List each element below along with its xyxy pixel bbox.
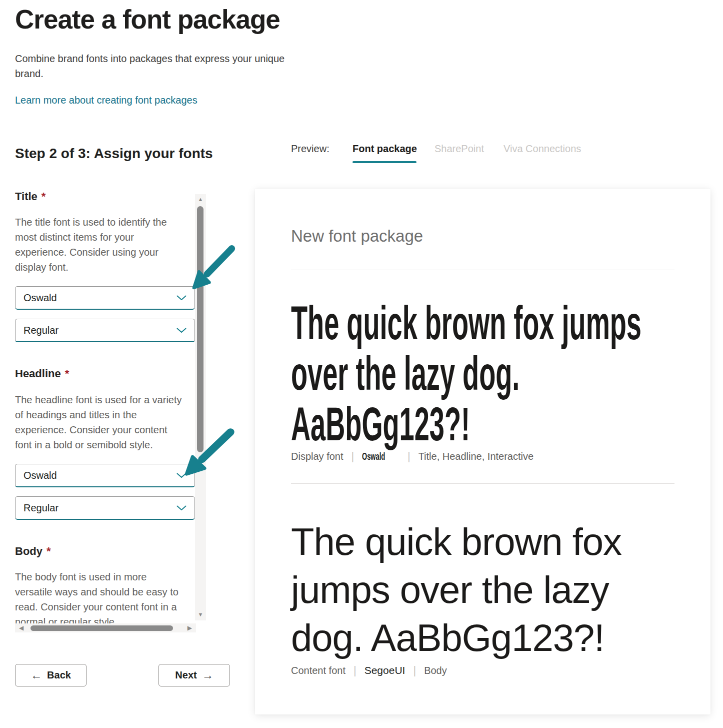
tab-sharepoint[interactable]: SharePoint (434, 143, 484, 155)
sample-text: AaBbGg123?! (291, 399, 470, 449)
preview-card: New font package The quick brown fox jum… (255, 189, 710, 714)
description-line: of headings and titles in the (15, 407, 182, 422)
description-line: display font. (15, 260, 167, 275)
meta-separator: | (354, 664, 356, 677)
description-line: versatile ways and should be easy to (15, 584, 196, 599)
step-heading: Step 2 of 3: Assign your fonts (15, 146, 213, 162)
preview-label: Preview: (291, 143, 330, 155)
page-title: Create a font package (15, 4, 280, 35)
body-description: The body font is used in more versatile … (15, 569, 196, 624)
body-field-label: Body* (15, 545, 51, 558)
headline-description: The headline font is used for a variety … (15, 392, 182, 452)
meta-separator: | (352, 450, 354, 463)
back-button[interactable]: ← Back (15, 664, 86, 686)
meta-role: Content font (291, 665, 346, 676)
scroll-right-icon[interactable]: ▶ (188, 623, 192, 632)
learn-more-link[interactable]: Learn more about creating font packages (15, 95, 198, 106)
required-marker: * (42, 190, 46, 203)
content-font-sample: The quick brown fox jumps over the lazy … (291, 518, 622, 662)
title-field-label: Title* (15, 190, 46, 203)
page-subtitle: Combine brand fonts into packages that e… (15, 51, 315, 81)
headline-field-label: Headline* (15, 367, 69, 380)
sample-line: dog. AaBbGg123?! (291, 614, 622, 662)
headline-font-dropdown[interactable]: Oswald (15, 464, 195, 487)
horizontal-scrollbar[interactable]: ◀ ▶ (15, 623, 196, 632)
sample-line: over the lazy dog. (291, 348, 723, 399)
horizontal-scrollbar-thumb[interactable] (30, 625, 173, 631)
description-line: The title font is used to identify the (15, 215, 167, 230)
meta-font-name: SegoeUI (364, 664, 406, 676)
title-font-dropdown[interactable]: Oswald (15, 286, 195, 310)
required-marker: * (46, 545, 51, 557)
back-arrow-icon: ← (30, 669, 42, 681)
vertical-scrollbar-thumb[interactable] (197, 206, 204, 452)
divider (291, 483, 674, 484)
scroll-down-icon[interactable]: ▼ (195, 610, 206, 618)
sample-text: over the lazy dog. (291, 348, 520, 399)
meta-font-name: Oswald (362, 450, 400, 462)
vertical-scrollbar[interactable]: ▲ ▼ (195, 194, 206, 620)
chevron-down-icon (176, 328, 186, 333)
chevron-down-icon (176, 295, 186, 301)
description-line: normal or regular style. (15, 614, 196, 624)
sample-line: The quick brown fox (291, 518, 622, 566)
headline-font-value: Oswald (24, 470, 176, 481)
description-line: experience. Consider using your (15, 245, 167, 260)
sample-line: AaBbGg123?! (291, 399, 723, 449)
title-style-dropdown[interactable]: Regular (15, 319, 195, 342)
headline-style-value: Regular (24, 502, 176, 514)
sample-line: The quick brown fox jumps (291, 298, 723, 348)
description-line: font in a bold or semibold style. (15, 437, 182, 452)
sample-text: The quick brown fox jumps (291, 298, 642, 348)
description-line: read. Consider your content font in a (15, 599, 196, 614)
back-button-label: Back (47, 669, 71, 681)
font-package-name: New font package (291, 227, 423, 246)
scroll-left-icon[interactable]: ◀ (19, 623, 24, 632)
sample-line: jumps over the lazy (291, 566, 622, 614)
content-font-meta: Content font | SegoeUI | Body (291, 664, 447, 677)
display-font-meta: Display font | Oswald | Title, Headline,… (291, 450, 534, 463)
title-style-value: Regular (24, 325, 176, 336)
description-line: The body font is used in more (15, 569, 196, 584)
title-font-value: Oswald (24, 292, 176, 304)
title-description: The title font is used to identify the m… (15, 215, 167, 275)
meta-font-name-text: Oswald (362, 450, 385, 462)
next-button[interactable]: Next → (158, 664, 230, 686)
meta-usages: Title, Headline, Interactive (418, 451, 534, 462)
meta-separator: | (413, 664, 416, 677)
description-line: The headline font is used for a variety (15, 392, 182, 407)
meta-role: Display font (291, 451, 344, 462)
tab-viva-connections[interactable]: Viva Connections (504, 143, 581, 155)
active-tab-indicator (352, 161, 416, 163)
chevron-down-icon (176, 473, 186, 478)
title-label-text: Title (15, 190, 38, 203)
headline-label-text: Headline (15, 367, 61, 380)
tab-font-package[interactable]: Font package (352, 143, 417, 155)
description-line: most distinct items for your (15, 230, 167, 245)
required-marker: * (65, 367, 70, 380)
meta-separator: | (408, 450, 410, 463)
meta-usages: Body (424, 665, 447, 676)
next-arrow-icon: → (202, 669, 214, 681)
description-line: experience. Consider your content (15, 422, 182, 437)
body-label-text: Body (15, 545, 42, 557)
divider (291, 270, 674, 270)
headline-style-dropdown[interactable]: Regular (15, 496, 195, 520)
scroll-up-icon[interactable]: ▲ (195, 195, 206, 203)
next-button-label: Next (175, 669, 196, 681)
display-font-sample: The quick brown fox jumps over the lazy … (291, 298, 723, 449)
chevron-down-icon (176, 505, 186, 511)
